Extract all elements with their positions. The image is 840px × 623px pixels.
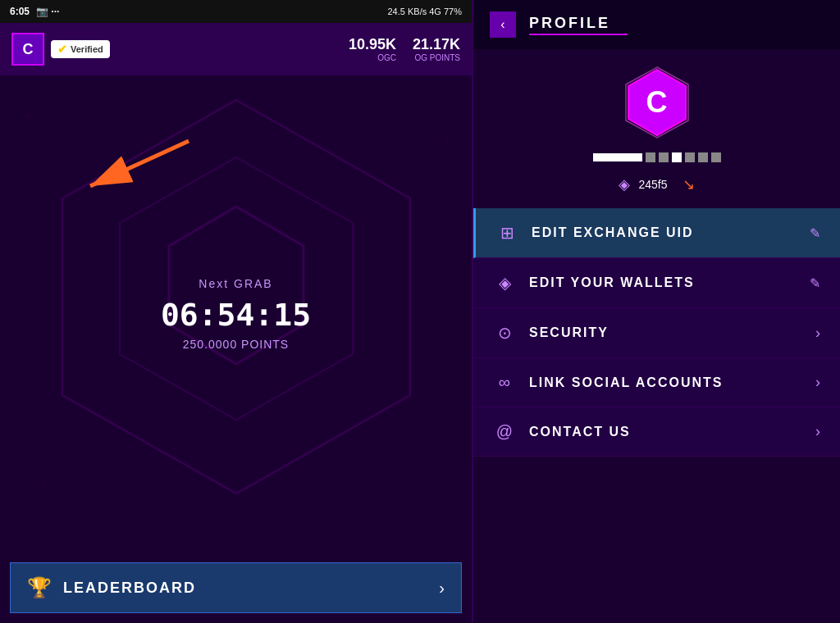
status-bar-left: 6:05 📷 ··· [10,6,59,17]
profile-header: ‹ PROFILE [473,0,840,49]
social-icon: ∞ [493,373,516,392]
progress-indicators [593,152,721,162]
og-points-label: OG POINTS [413,53,460,62]
leaderboard-left: 🏆 LEADERBOARD [27,576,196,599]
trophy-icon: 🏆 [27,576,52,599]
og-points-stat: 21.17K OG POINTS [413,36,460,62]
hex-area: Next GRAB 06:54:15 250.0000 POINTS [0,75,472,553]
security-chevron-icon: › [815,325,820,342]
progress-dot-6 [711,152,721,162]
hex-content: Next GRAB 06:54:15 250.0000 POINTS [161,277,311,351]
ogc-value: 10.95K [349,36,396,53]
top-bar: C ✔ Verified 10.95K OGC 21.17K OG POINTS [0,23,472,75]
progress-dot-3 [672,152,682,162]
status-icons: 📷 ··· [36,6,59,17]
menu-item-edit-exchange[interactable]: ⊞ EDIT EXCHANGE UID ✎ [473,208,840,258]
network-stats: 24.5 KB/s 4G 77% [388,7,463,16]
back-button[interactable]: ‹ [490,11,516,38]
profile-title-block: PROFILE [529,15,628,35]
progress-dot-1 [646,152,655,162]
ogc-label: OGC [349,53,396,62]
contact-label: CONTACT US [529,425,802,439]
profile-avatar: C [620,66,694,139]
eth-icon: ◈ [619,175,630,193]
wallet-icon: ◈ [493,273,516,293]
edit-wallets-edit-icon: ✎ [810,275,820,291]
wallet-arrow-icon: ↘ [682,175,695,193]
profile-title-underline [529,34,628,35]
time-display: 6:05 [10,6,30,17]
leaderboard-bar[interactable]: 🏆 LEADERBOARD › [10,562,462,613]
menu-item-security[interactable]: ⊙ SECURITY › [473,308,840,358]
menu-item-link-social[interactable]: ∞ LINK SOCIAL ACCOUNTS › [473,358,840,407]
back-icon: ‹ [500,17,504,32]
verified-badge: ✔ Verified [51,40,110,58]
leaderboard-chevron-icon: › [439,579,445,598]
wallet-row: ◈ 245f5 ↘ [594,175,719,193]
edit-exchange-label: EDIT EXCHANGE UID [532,225,797,240]
security-label: SECURITY [529,325,802,340]
left-panel: 6:05 📷 ··· 24.5 KB/s 4G 77% C ✔ Verified… [0,0,472,623]
exchange-icon: ⊞ [495,223,518,243]
link-social-label: LINK SOCIAL ACCOUNTS [529,375,802,390]
progress-dot-5 [698,152,708,162]
profile-title: PROFILE [529,15,628,32]
verified-check-icon: ✔ [57,43,67,56]
menu-items: ⊞ EDIT EXCHANGE UID ✎ ◈ EDIT YOUR WALLET… [473,208,840,623]
right-panel: ‹ PROFILE C ◈ 245 [472,0,840,623]
user-avatar: C [11,33,44,66]
contact-chevron-icon: › [815,423,820,440]
status-bar: 6:05 📷 ··· 24.5 KB/s 4G 77% [0,0,472,23]
progress-dot-2 [659,152,669,162]
leaderboard-label: LEADERBOARD [63,580,196,597]
wallet-address: 245f5 [638,178,667,191]
link-social-chevron-icon: › [815,374,820,391]
progress-bar-active [593,153,642,161]
menu-item-contact[interactable]: @ CONTACT US › [473,407,840,457]
user-badge: C ✔ Verified [11,33,110,66]
countdown-timer: 06:54:15 [161,297,311,333]
points-text: 250.0000 POINTS [161,338,311,351]
avatar-section: C ◈ 245f5 ↘ [473,49,840,208]
security-icon: ⊙ [493,323,516,343]
progress-dot-4 [685,152,695,162]
edit-wallets-label: EDIT YOUR WALLETS [529,275,797,290]
status-bar-right: 24.5 KB/s 4G 77% [388,7,463,16]
edit-exchange-edit-icon: ✎ [810,225,820,241]
avatar-letter: C [646,85,668,120]
verified-label: Verified [71,44,103,54]
contact-icon: @ [493,422,516,441]
next-grab-label: Next GRAB [161,277,311,290]
stats-area: 10.95K OGC 21.17K OG POINTS [349,36,460,62]
ogc-stat: 10.95K OGC [349,36,396,62]
og-points-value: 21.17K [413,36,460,53]
menu-item-edit-wallets[interactable]: ◈ EDIT YOUR WALLETS ✎ [473,258,840,308]
